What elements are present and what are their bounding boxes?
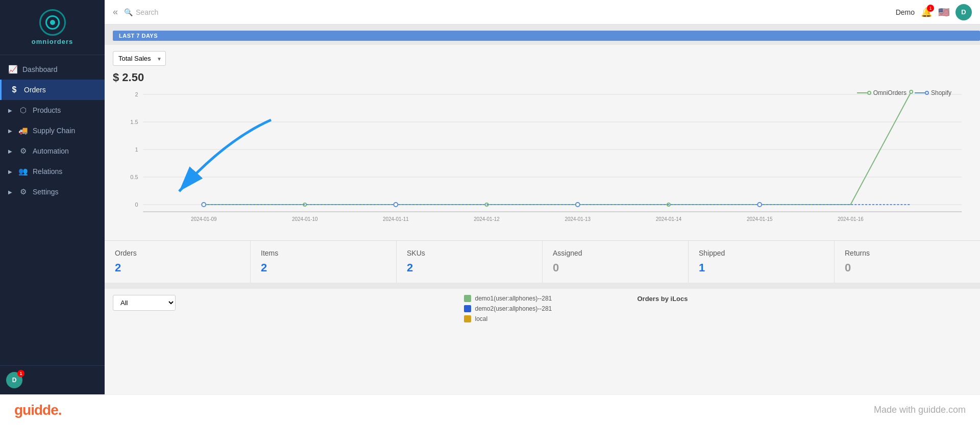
period-badge[interactable]: LAST 7 DAYS bbox=[113, 31, 980, 41]
legend-entry-2: local bbox=[464, 315, 621, 322]
legend-entry-1: demo2(user:allphones)--281 bbox=[464, 305, 621, 312]
svg-point-30 bbox=[757, 203, 762, 207]
legend-shopify: Shopify bbox=[915, 89, 951, 96]
relations-icon: 👥 bbox=[18, 167, 28, 176]
search-area: 🔍 Search bbox=[124, 8, 890, 16]
svg-text:1.5: 1.5 bbox=[130, 119, 138, 125]
stat-items-value: 2 bbox=[261, 261, 386, 274]
svg-text:1: 1 bbox=[135, 146, 138, 153]
sidebar: omniorders 📈 Dashboard $ Orders ▶ ⬡ Prod… bbox=[0, 0, 105, 394]
main-content: LAST 7 DAYS Total Sales ▼ $ 2.50 bbox=[105, 24, 980, 394]
legend-dot-shopify bbox=[925, 91, 929, 95]
topbar-right: Demo 🔔 1 🇺🇸 D bbox=[896, 4, 972, 20]
stat-returns-value: 0 bbox=[845, 261, 970, 274]
legend-area: demo1(user:allphones)--281 demo2(user:al… bbox=[456, 289, 629, 394]
stat-orders: Orders 2 bbox=[105, 241, 251, 283]
svg-point-27 bbox=[202, 203, 206, 207]
stat-orders-value: 2 bbox=[115, 261, 240, 274]
orders-icon: $ bbox=[10, 85, 19, 94]
svg-point-29 bbox=[576, 203, 580, 207]
sidebar-item-dashboard[interactable]: 📈 Dashboard bbox=[0, 59, 105, 80]
guidde-footer: guidde. Made with guidde.com bbox=[0, 394, 980, 425]
notifications-bell[interactable]: 🔔 1 bbox=[921, 7, 932, 18]
stat-assigned: Assigned 0 bbox=[543, 241, 689, 283]
stat-skus-label: SKUs bbox=[407, 249, 532, 257]
expand-arrow: ▶ bbox=[8, 108, 12, 113]
stat-skus-value: 2 bbox=[407, 261, 532, 274]
stat-skus: SKUs 2 bbox=[397, 241, 543, 283]
legend-dot-omniorders bbox=[867, 91, 871, 95]
stat-items: Items 2 bbox=[251, 241, 397, 283]
logo-text: omniorders bbox=[32, 38, 74, 45]
svg-text:2024-01-15: 2024-01-15 bbox=[747, 216, 773, 222]
chart-value: $ 2.50 bbox=[113, 71, 972, 84]
stat-assigned-value: 0 bbox=[553, 261, 678, 274]
guidde-tagline: Made with guidde.com bbox=[874, 405, 966, 415]
stat-returns: Returns 0 bbox=[835, 241, 980, 283]
search-icon: 🔍 bbox=[124, 8, 133, 16]
dashboard-icon: 📈 bbox=[8, 65, 17, 74]
expand-arrow: ▶ bbox=[8, 169, 12, 174]
user-avatar[interactable]: D bbox=[955, 4, 972, 20]
sidebar-item-products[interactable]: ▶ ⬡ Products bbox=[0, 100, 105, 120]
expand-arrow: ▶ bbox=[8, 148, 12, 154]
filter-area: All Pending Completed Cancelled bbox=[105, 289, 456, 394]
legend-entry-0: demo1(user:allphones)--281 bbox=[464, 295, 621, 302]
sidebar-item-label: Products bbox=[33, 106, 61, 114]
stat-assigned-label: Assigned bbox=[553, 249, 678, 257]
svg-text:2: 2 bbox=[135, 91, 138, 97]
legend-omniorders: OmniOrders bbox=[857, 89, 906, 96]
chart-legend: OmniOrders Shopify bbox=[857, 89, 951, 96]
legend-label-omniorders: OmniOrders bbox=[873, 89, 906, 96]
sidebar-item-settings[interactable]: ▶ ⚙ Settings bbox=[0, 182, 105, 202]
stat-returns-label: Returns bbox=[845, 249, 970, 257]
legend-label-shopify: Shopify bbox=[931, 89, 951, 96]
expand-arrow: ▶ bbox=[8, 189, 12, 195]
chart-container: OmniOrders Shopify bbox=[113, 89, 972, 234]
sidebar-item-supply-chain[interactable]: ▶ 🚚 Supply Chain bbox=[0, 120, 105, 141]
legend-label-2: local bbox=[475, 315, 488, 322]
stat-orders-label: Orders bbox=[115, 249, 240, 257]
collapse-button[interactable]: « bbox=[113, 7, 118, 17]
svg-text:2024-01-09: 2024-01-09 bbox=[191, 216, 217, 222]
chart-svg: 2 1.5 1 0.5 0 2024-01-09 2024-01-10 2024… bbox=[113, 89, 972, 232]
stat-shipped-value: 1 bbox=[699, 261, 824, 274]
flag-icon: 🇺🇸 bbox=[938, 7, 949, 18]
supply-chain-icon: 🚚 bbox=[18, 126, 28, 135]
search-placeholder[interactable]: Search bbox=[136, 8, 158, 16]
chart-type-dropdown[interactable]: Total Sales bbox=[113, 51, 166, 66]
logo-icon bbox=[39, 9, 66, 36]
legend-color-1 bbox=[464, 305, 471, 312]
sidebar-item-relations[interactable]: ▶ 👥 Relations bbox=[0, 161, 105, 182]
sidebar-logo: omniorders bbox=[0, 0, 105, 55]
chart-dropdown-wrapper: Total Sales ▼ bbox=[113, 51, 166, 66]
sidebar-item-label: Dashboard bbox=[22, 65, 58, 73]
legend-color-0 bbox=[464, 295, 471, 302]
orders-by-ilocs: Orders by iLocs bbox=[629, 289, 981, 394]
settings-icon: ⚙ bbox=[18, 187, 28, 196]
filter-dropdown-wrapper: All Pending Completed Cancelled bbox=[113, 295, 176, 311]
legend-label-0: demo1(user:allphones)--281 bbox=[475, 295, 552, 302]
svg-text:0.5: 0.5 bbox=[130, 174, 138, 180]
svg-text:2024-01-16: 2024-01-16 bbox=[838, 216, 864, 222]
sidebar-item-label: Relations bbox=[33, 167, 62, 176]
stat-shipped-label: Shipped bbox=[699, 249, 824, 257]
bell-badge: 1 bbox=[927, 5, 934, 12]
topbar: « 🔍 Search Demo 🔔 1 🇺🇸 D bbox=[105, 0, 980, 24]
guidde-logo: guidde. bbox=[14, 402, 62, 418]
svg-text:0: 0 bbox=[135, 202, 138, 208]
orders-ilocs-title: Orders by iLocs bbox=[638, 295, 972, 303]
stats-row: Orders 2 Items 2 SKUs 2 Assigned 0 Shipp… bbox=[105, 240, 980, 283]
chart-controls: Total Sales ▼ bbox=[113, 51, 972, 66]
sidebar-item-label: Supply Chain bbox=[33, 127, 75, 135]
svg-text:2024-01-10: 2024-01-10 bbox=[292, 216, 318, 222]
svg-text:2024-01-12: 2024-01-12 bbox=[474, 216, 500, 222]
svg-point-28 bbox=[394, 203, 398, 207]
sidebar-item-orders[interactable]: $ Orders bbox=[0, 80, 105, 100]
stat-shipped: Shipped 1 bbox=[689, 241, 835, 283]
filter-dropdown[interactable]: All Pending Completed Cancelled bbox=[113, 295, 176, 311]
user-name: Demo bbox=[896, 8, 915, 16]
expand-arrow: ▶ bbox=[8, 128, 12, 134]
sidebar-item-automation[interactable]: ▶ ⚙ Automation bbox=[0, 141, 105, 161]
sidebar-item-label: Settings bbox=[33, 188, 59, 196]
